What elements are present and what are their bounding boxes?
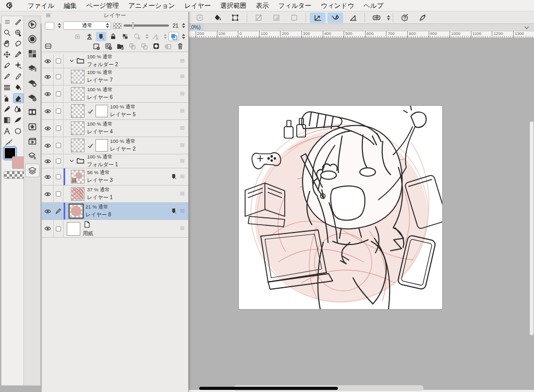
palette-layout-icon[interactable] (43, 42, 53, 51)
new-layer-settings-icon[interactable] (103, 42, 113, 51)
layer-row-layer8-selected[interactable]: 21 % 通常レイヤー 8 (42, 203, 188, 220)
layer-checkbox[interactable] (54, 54, 64, 68)
pencil-tool[interactable] (13, 71, 23, 81)
visibility-eye-icon[interactable] (42, 220, 54, 237)
mask-stepper[interactable] (145, 34, 149, 39)
artboard[interactable] (239, 106, 442, 309)
subtool-grid-icon[interactable] (26, 47, 39, 60)
paste-selection-icon[interactable] (192, 13, 208, 23)
visibility-eye-icon[interactable] (42, 103, 54, 119)
layer-thumbnail[interactable] (69, 204, 83, 218)
layer-checkbox[interactable] (54, 154, 64, 168)
lock-transparent-pixels-icon[interactable] (120, 32, 130, 41)
opacity-slider[interactable] (124, 24, 169, 27)
clip-to-layer-below-icon[interactable] (72, 32, 82, 41)
row-drag-handle[interactable] (179, 73, 186, 81)
menu-selection[interactable]: 選択範囲 (215, 0, 251, 11)
airbrush-tool[interactable] (2, 93, 13, 103)
palette-menu-icon[interactable] (2, 17, 13, 27)
help-icon[interactable] (397, 13, 412, 23)
row-drag-handle[interactable] (179, 225, 186, 232)
move-tool[interactable] (2, 50, 13, 59)
brush-tool[interactable] (2, 104, 13, 114)
menu-animation[interactable]: アニメーション (124, 0, 179, 11)
editing-pencil-icon[interactable] (54, 203, 64, 219)
figure-lines-tool[interactable] (2, 82, 13, 92)
new-raster-layer-icon[interactable] (91, 42, 101, 51)
deselect-icon[interactable] (251, 13, 266, 23)
document-tab[interactable]: .0%) (189, 24, 204, 31)
apply-mask-icon[interactable] (163, 42, 173, 51)
decoration-set-icon[interactable] (26, 91, 39, 104)
menu-edit[interactable]: 編集 (59, 0, 81, 11)
create-mask-icon[interactable] (151, 42, 161, 51)
snap-to-special-ruler-icon[interactable] (345, 13, 361, 23)
layer-thumbnail[interactable] (71, 139, 84, 152)
layer-checkbox[interactable] (54, 85, 64, 102)
layer-thumbnail[interactable] (71, 70, 84, 83)
merge-down-icon[interactable] (139, 42, 149, 51)
palette-slider-icon[interactable] (369, 13, 384, 23)
layer-row-layer7[interactable]: 100 % 通常レイヤー 7 (42, 68, 188, 85)
layer-thumbnail[interactable] (71, 121, 84, 135)
row-drag-handle[interactable] (179, 125, 186, 132)
fill-bucket-icon[interactable] (210, 13, 225, 23)
navigator-icon[interactable] (26, 33, 39, 45)
vertical-scrollbar[interactable] (530, 121, 533, 335)
layer-color-icon[interactable] (168, 32, 179, 41)
layer-property-icon[interactable] (26, 150, 39, 162)
visibility-eye-icon[interactable] (42, 203, 54, 219)
invert-selection-icon[interactable] (269, 13, 284, 23)
operation-tool[interactable] (13, 17, 23, 27)
visibility-eye-icon[interactable] (42, 120, 54, 137)
layer-row-layer6[interactable]: 100 % 通常レイヤー 6 (42, 85, 188, 103)
quick-access-icon[interactable] (26, 18, 39, 31)
row-drag-handle[interactable] (179, 57, 186, 65)
layer-checkbox[interactable] (54, 220, 64, 237)
layer-thumbnail[interactable] (71, 170, 84, 183)
layer-row-layer2[interactable]: 100 % 通常レイヤー 2 (42, 137, 188, 154)
layer-filter-box[interactable] (45, 22, 54, 30)
reference-layer-icon[interactable] (84, 32, 94, 41)
layer-thumbnail[interactable] (67, 222, 80, 236)
folder-expand-chevron-icon[interactable] (68, 57, 75, 65)
visibility-eye-icon[interactable] (42, 137, 54, 154)
layer-checkbox[interactable] (54, 186, 64, 202)
material-folder-icon[interactable] (26, 120, 39, 133)
layer-row-layer1[interactable]: 37 % 通常レイヤー 1 (42, 186, 188, 203)
tool-property-icon[interactable] (26, 62, 39, 75)
figure-tool[interactable] (13, 126, 23, 136)
layer-palette-icon[interactable] (26, 164, 39, 177)
layer-checkbox[interactable] (54, 168, 64, 185)
text-tool[interactable] (2, 126, 13, 136)
layer-row-layer5[interactable]: 100 % 通常レイヤー 5 (42, 103, 188, 120)
eyedropper-tool[interactable] (13, 50, 23, 59)
fill-tool[interactable] (13, 82, 23, 92)
mask-link-check-icon[interactable] (87, 108, 94, 115)
zoom-tool[interactable] (2, 28, 13, 38)
pen-tool[interactable] (2, 60, 13, 70)
layer-row-paper[interactable]: 用紙 (42, 220, 188, 238)
delete-layer-icon[interactable] (175, 42, 185, 51)
app-logo-icon[interactable] (5, 2, 16, 10)
visibility-eye-icon[interactable] (42, 54, 54, 68)
animation-clip-icon[interactable] (26, 135, 39, 148)
layer-thumbnail[interactable] (71, 87, 84, 101)
transparent-color-swatch[interactable] (4, 171, 25, 179)
mask-link-check-icon[interactable] (87, 142, 94, 149)
decoration-tool[interactable] (13, 115, 23, 125)
new-folder-icon[interactable] (115, 42, 125, 51)
opacity-slider-thumb[interactable] (132, 22, 134, 29)
hand-tool[interactable] (2, 39, 13, 48)
layer-checkbox[interactable] (54, 137, 64, 154)
draft-layer-icon[interactable] (96, 32, 106, 41)
layer-thumbnail[interactable] (71, 187, 84, 201)
folder-expand-chevron-icon[interactable] (68, 157, 75, 165)
layer-row-folder1[interactable]: 100 % 通常フォルダー 1 (42, 154, 188, 168)
brush-settings-icon[interactable] (26, 77, 39, 89)
row-drag-handle[interactable] (179, 157, 186, 165)
visibility-eye-icon[interactable] (42, 186, 54, 202)
selection-border-icon[interactable] (286, 13, 302, 23)
layer-panel-menu-icon[interactable] (45, 12, 52, 20)
layer-color-stepper[interactable] (182, 34, 185, 39)
